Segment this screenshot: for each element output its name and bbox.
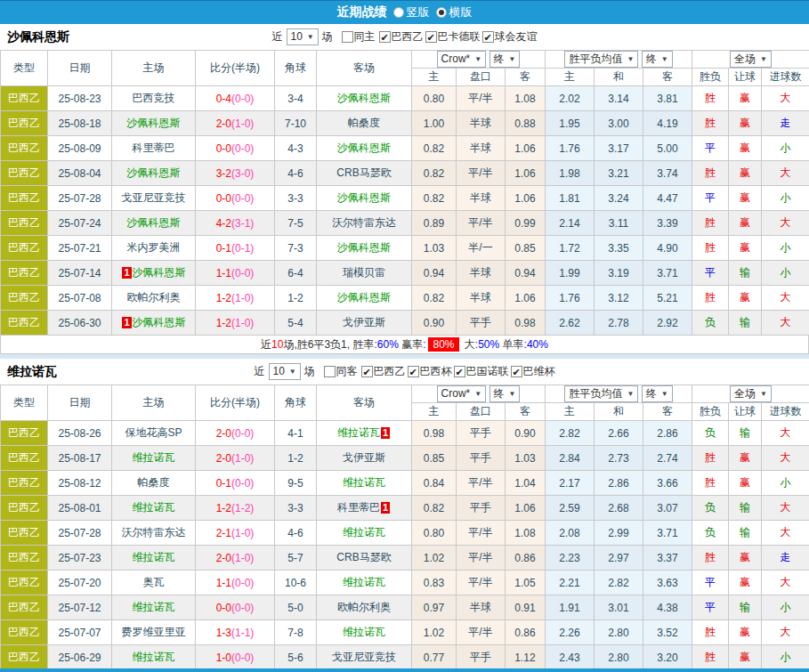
match-count-select[interactable]: 10▼ [269, 363, 301, 380]
mean-draw-cell: 3.12 [595, 286, 643, 311]
away-team-name[interactable]: 瑞模贝雷 [343, 266, 385, 279]
league-filter[interactable]: 巴维杯 [511, 364, 555, 379]
match-scope-select[interactable]: 全场▼ [730, 51, 772, 68]
score-cell: 4-2(3-1) [196, 211, 275, 236]
odds-handicap-cell: 平/半 [457, 571, 506, 595]
home-team-name[interactable]: 帕桑度 [138, 476, 170, 489]
league-type-cell: 巴西乙 [1, 645, 48, 670]
home-team-name[interactable]: 戈亚尼亚竞技 [122, 191, 186, 204]
result-handicap-cell: 赢 [729, 211, 762, 236]
away-team-name[interactable]: 沃尔特雷东达 [332, 216, 396, 229]
home-team-name[interactable]: 巴西竞技 [133, 92, 175, 104]
home-team-name[interactable]: 维拉诺瓦 [133, 501, 175, 514]
away-team-name[interactable]: 沙佩科恩斯 [337, 142, 391, 154]
same-venue-filter[interactable]: 同客 [324, 364, 358, 379]
away-team-name[interactable]: 维拉诺瓦 [343, 476, 385, 489]
corner-score-cell: 4-3 [275, 136, 317, 161]
result-handicap-cell: 输 [729, 496, 762, 521]
summary-part: 40% [527, 338, 548, 351]
home-team-name[interactable]: 维拉诺瓦 [133, 451, 175, 464]
odds-company-select[interactable]: Crow*▼ [437, 51, 487, 68]
away-team-name[interactable]: CRB马瑟欧 [336, 551, 391, 563]
score-cell: 3-2(3-0) [196, 161, 275, 186]
checkbox-checked-icon[interactable] [425, 31, 437, 43]
home-team-name[interactable]: 科里蒂巴 [133, 142, 175, 154]
match-count-select[interactable]: 10▼ [287, 28, 319, 45]
away-team-name[interactable]: 沙佩科恩斯 [337, 191, 391, 204]
home-team-name[interactable]: 沙佩科恩斯 [133, 266, 186, 279]
layout-option-vertical[interactable]: 竖版 [393, 4, 430, 20]
home-team-name[interactable]: 沃尔特雷东达 [122, 526, 186, 538]
home-team-name[interactable]: 维拉诺瓦 [133, 551, 175, 563]
checkbox-checked-icon[interactable] [379, 31, 391, 43]
home-team-name[interactable]: 维拉诺瓦 [133, 601, 175, 613]
home-team-name[interactable]: 沙佩科恩斯 [133, 316, 186, 328]
home-team-name[interactable]: 沙佩科恩斯 [127, 166, 181, 179]
fulltime-score: 3-2 [216, 167, 231, 180]
away-team-name[interactable]: 科里蒂巴 [337, 501, 380, 514]
home-team-name[interactable]: 维拉诺瓦 [133, 651, 175, 663]
league-type-cell: 巴西乙 [1, 311, 48, 336]
mean-type-select[interactable]: 胜平负均值▼ [564, 385, 638, 402]
checkbox-checked-icon[interactable] [408, 366, 419, 377]
checkbox-checked-icon[interactable] [511, 366, 522, 377]
odds-stage-select[interactable]: 终▼ [489, 385, 521, 402]
checkbox-icon[interactable] [324, 366, 336, 377]
checkbox-checked-icon[interactable] [361, 366, 373, 377]
checkbox-icon[interactable] [342, 31, 353, 43]
home-team-name[interactable]: 奥瓦 [143, 576, 165, 588]
away-team-name[interactable]: 维拉诺瓦 [337, 426, 380, 439]
same-venue-filter[interactable]: 同主 [342, 29, 376, 45]
checkbox-checked-icon[interactable] [454, 366, 465, 377]
odds-home-cell: 0.82 [412, 286, 457, 311]
radio-selected-icon[interactable] [436, 7, 447, 18]
away-team-name[interactable]: 沙佩科恩斯 [337, 241, 391, 254]
odds-away-cell: 0.86 [506, 546, 546, 571]
checkbox-checked-icon[interactable] [482, 31, 494, 43]
league-filter[interactable]: 巴国诺联 [454, 364, 509, 379]
mean-draw-cell: 3.01 [595, 595, 643, 620]
away-team-name[interactable]: 戈亚尼亚竞技 [332, 651, 396, 663]
match-row: 巴西乙25-07-24沙佩科恩斯4-2(3-1)7-5沃尔特雷东达0.89平/半… [1, 211, 809, 236]
match-scope-select[interactable]: 全场▼ [730, 385, 772, 402]
odds-stage-select[interactable]: 终▼ [489, 51, 521, 68]
away-team-name[interactable]: 欧帕尔利奥 [337, 601, 391, 613]
home-team-name[interactable]: 费罗维亚里亚 [122, 626, 186, 638]
home-team-name[interactable]: 欧帕尔利奥 [127, 291, 181, 304]
away-team-name[interactable]: 戈伊亚斯 [343, 316, 385, 328]
layout-option-horizontal[interactable]: 横版 [436, 4, 473, 20]
title-bar: 近期战绩 竖版 横版 [0, 0, 809, 24]
home-team-name[interactable]: 沙佩科恩斯 [127, 216, 181, 229]
home-team-name[interactable]: 沙佩科恩斯 [127, 117, 181, 129]
corner-score-cell: 9-5 [275, 471, 317, 496]
away-team-name[interactable]: 戈伊亚斯 [343, 451, 385, 464]
result-goals-cell: 大 [762, 521, 809, 546]
league-filter[interactable]: 巴西乙 [379, 29, 424, 45]
mean-type-select[interactable]: 胜平负均值▼ [564, 51, 638, 68]
radio-unselected-icon[interactable] [393, 7, 404, 18]
away-team-name[interactable]: 沙佩科恩斯 [337, 291, 391, 304]
halftime-score: (1-0) [231, 317, 254, 329]
away-team-name[interactable]: 维拉诺瓦 [343, 526, 385, 538]
home-team-name[interactable]: 保地花高SP [125, 426, 182, 439]
league-filter[interactable]: 巴西乙 [361, 364, 406, 379]
away-team-name[interactable]: 沙佩科恩斯 [337, 92, 391, 104]
away-team-cell: 维拉诺瓦 [317, 571, 412, 595]
match-date-cell: 25-08-04 [48, 161, 112, 186]
away-team-name[interactable]: 维拉诺瓦 [343, 626, 385, 638]
home-team-name[interactable]: 米内罗美洲 [127, 241, 181, 254]
away-team-name[interactable]: CRB马瑟欧 [336, 166, 391, 179]
away-team-name[interactable]: 帕桑度 [348, 117, 380, 129]
home-team-cell: 巴西竞技 [112, 86, 196, 111]
result-wdl-cell: 胜 [692, 546, 729, 571]
league-filter[interactable]: 球会友谊 [482, 29, 538, 45]
result-handicap-cell: 赢 [729, 86, 762, 111]
odds-away-cell: 0.85 [506, 236, 546, 261]
mean-draw-cell: 2.78 [595, 311, 643, 336]
mean-stage-select[interactable]: 终▼ [642, 385, 673, 402]
odds-company-select[interactable]: Crow*▼ [437, 385, 487, 402]
away-team-name[interactable]: 维拉诺瓦 [343, 576, 385, 588]
league-filter[interactable]: 巴西杯 [408, 364, 452, 379]
league-filter[interactable]: 巴卡德联 [425, 29, 481, 45]
mean-stage-select[interactable]: 终▼ [642, 51, 673, 68]
